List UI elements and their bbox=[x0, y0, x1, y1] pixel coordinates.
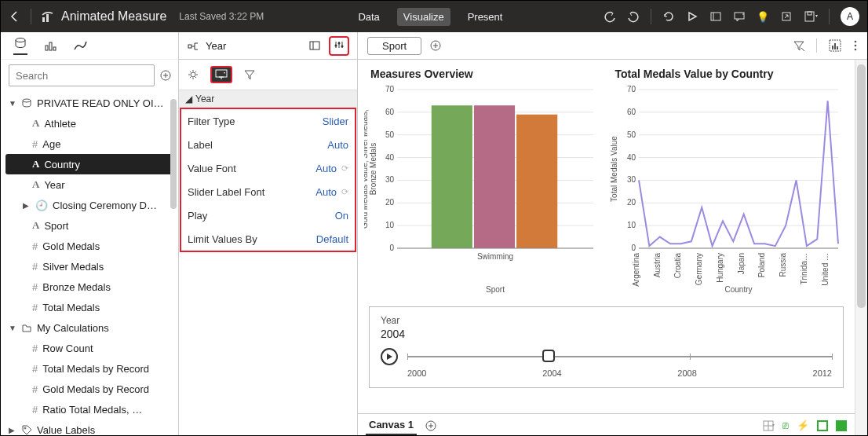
mode-present[interactable]: Present bbox=[461, 8, 509, 26]
play-icon[interactable] bbox=[686, 10, 698, 23]
export-icon[interactable] bbox=[780, 10, 793, 23]
calc-rowcount[interactable]: #Row Count bbox=[1, 338, 178, 358]
sport-pill[interactable]: Sport bbox=[367, 37, 421, 55]
svg-text:Austria: Austria bbox=[652, 253, 661, 278]
tick-label: 2008 bbox=[677, 368, 696, 378]
prop-play[interactable]: PlayOn bbox=[181, 203, 355, 227]
more-icon[interactable] bbox=[853, 39, 858, 52]
panel-icon[interactable] bbox=[308, 39, 321, 52]
svg-text:Croatia: Croatia bbox=[673, 253, 682, 279]
analytics-tab-icon[interactable] bbox=[73, 38, 87, 53]
redo-icon[interactable] bbox=[627, 10, 640, 23]
medals-by-country-chart[interactable]: Total Medals Value by Country 0102030405… bbox=[609, 68, 849, 297]
page-title: Animated Measure bbox=[61, 9, 166, 24]
svg-text:Argentina: Argentina bbox=[632, 253, 640, 287]
auto-viz-icon[interactable] bbox=[828, 38, 842, 53]
add-filter-icon[interactable] bbox=[429, 39, 442, 52]
svg-text:20: 20 bbox=[385, 198, 395, 207]
svg-text:Poland: Poland bbox=[757, 253, 766, 277]
layout-split-icon[interactable] bbox=[836, 420, 847, 431]
save-icon[interactable] bbox=[804, 10, 818, 23]
field-silver[interactable]: #Silver Medals bbox=[1, 256, 178, 277]
prop-label[interactable]: LabelAuto bbox=[181, 133, 355, 156]
filter-props-button[interactable] bbox=[329, 36, 349, 56]
svg-text:50: 50 bbox=[385, 130, 395, 139]
add-data-icon[interactable] bbox=[159, 69, 172, 82]
grid-icon[interactable] bbox=[762, 420, 775, 432]
mode-data[interactable]: Data bbox=[352, 8, 385, 26]
field-sport[interactable]: ASport bbox=[1, 215, 178, 236]
undo-icon[interactable] bbox=[604, 10, 616, 23]
svg-rect-45 bbox=[432, 105, 472, 248]
value-labels[interactable]: ▶ Value Labels bbox=[1, 420, 178, 436]
prop-limit[interactable]: Limit Values ByDefault bbox=[181, 227, 355, 251]
slider-play-button[interactable] bbox=[381, 348, 398, 365]
bulb-icon[interactable]: 💡 bbox=[757, 11, 769, 23]
filter-display-icon[interactable] bbox=[210, 66, 232, 83]
page-title-group: Animated Measure bbox=[41, 9, 166, 24]
field-year[interactable]: AYear bbox=[1, 174, 178, 195]
viz-tab-icon[interactable] bbox=[43, 38, 57, 53]
bolt-icon[interactable]: ⚡ bbox=[797, 420, 809, 431]
svg-point-12 bbox=[23, 99, 31, 102]
reset-icon[interactable]: ⟳ bbox=[341, 163, 348, 174]
search-input[interactable] bbox=[9, 64, 155, 86]
funnel-icon[interactable] bbox=[243, 68, 256, 81]
calc-ratio[interactable]: #Ratio Total Medals, … bbox=[1, 399, 178, 420]
back-icon[interactable] bbox=[9, 10, 21, 23]
svg-text:Hungary: Hungary bbox=[715, 253, 724, 283]
field-age[interactable]: #Age bbox=[1, 134, 178, 154]
svg-point-27 bbox=[855, 45, 857, 47]
calc-total-rec[interactable]: #Total Medals by Record bbox=[1, 358, 178, 379]
svg-point-18 bbox=[341, 45, 344, 47]
comment-icon[interactable] bbox=[733, 10, 746, 23]
grammar-icon[interactable] bbox=[187, 39, 199, 52]
svg-rect-5 bbox=[805, 12, 814, 21]
field-athlete[interactable]: AAthlete bbox=[1, 113, 178, 134]
calc-gold-rec[interactable]: #Gold Medals by Record bbox=[1, 379, 178, 399]
svg-rect-20 bbox=[216, 70, 227, 77]
sidebar-scrollbar[interactable] bbox=[170, 93, 177, 436]
prop-filter-type[interactable]: Filter TypeSlider bbox=[181, 109, 355, 133]
prop-value-font[interactable]: Value FontAuto⟳ bbox=[181, 156, 355, 180]
tree-root[interactable]: ▼ PRIVATE READ ONLY OI… bbox=[1, 93, 178, 113]
svg-rect-46 bbox=[474, 105, 515, 248]
svg-point-7 bbox=[16, 38, 25, 42]
slider-thumb[interactable] bbox=[542, 350, 555, 362]
reset-icon[interactable]: ⟳ bbox=[341, 187, 348, 197]
preview-icon[interactable] bbox=[709, 10, 722, 23]
dataset-icon bbox=[21, 97, 32, 108]
refresh-icon[interactable] bbox=[662, 10, 675, 23]
brush-icon[interactable]: ⎚ bbox=[782, 420, 789, 431]
canvas-scrollbar[interactable] bbox=[855, 60, 867, 436]
data-tab-icon[interactable] bbox=[13, 36, 27, 55]
svg-rect-6 bbox=[808, 12, 811, 15]
svg-point-26 bbox=[855, 41, 857, 43]
svg-text:40: 40 bbox=[626, 153, 636, 162]
svg-rect-9 bbox=[49, 42, 52, 50]
svg-text:Gold Medals Value, Silver Meda: Gold Medals Value, Silver Medals,Bronze … bbox=[364, 109, 377, 229]
layout-single-icon[interactable] bbox=[817, 420, 828, 431]
measures-overview-chart[interactable]: Measures Overview 010203040506070Swimmin… bbox=[364, 68, 604, 297]
section-year[interactable]: ◢Year bbox=[179, 90, 357, 108]
tree-calcs[interactable]: ▼ My Calculations bbox=[1, 317, 178, 338]
slider-track[interactable] bbox=[407, 356, 832, 357]
field-bronze[interactable]: #Bronze Medals bbox=[1, 277, 178, 297]
svg-text:Total Medals Value: Total Medals Value bbox=[610, 136, 618, 202]
field-total[interactable]: #Total Medals bbox=[1, 297, 178, 317]
folder-icon bbox=[21, 322, 32, 333]
field-country[interactable]: ACountry bbox=[5, 154, 173, 174]
gear-icon[interactable] bbox=[187, 68, 199, 81]
prop-slider-font[interactable]: Slider Label FontAuto⟳ bbox=[181, 180, 355, 203]
mode-visualize[interactable]: Visualize bbox=[397, 8, 450, 26]
svg-text:10: 10 bbox=[626, 221, 636, 229]
avatar[interactable]: A bbox=[841, 7, 859, 26]
field-gold[interactable]: #Gold Medals bbox=[1, 236, 178, 256]
svg-text:30: 30 bbox=[626, 175, 636, 184]
properties-panel: Year ◢Year Filter TypeSlider LabelAuto V… bbox=[179, 32, 358, 436]
canvas-tab[interactable]: Canvas 1 bbox=[366, 416, 417, 436]
funnel2-icon[interactable] bbox=[793, 39, 805, 52]
field-closing[interactable]: ▶🕘Closing Ceremony D… bbox=[1, 195, 178, 215]
add-canvas-icon[interactable] bbox=[425, 420, 437, 432]
svg-point-13 bbox=[24, 427, 26, 429]
